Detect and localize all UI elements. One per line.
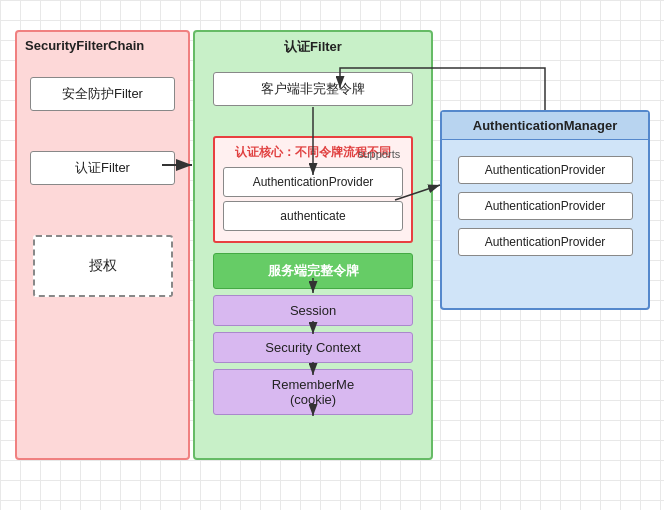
remember-me-box: RememberMe (cookie)	[213, 369, 413, 415]
security-filter-chain-box: SecurityFilterChain 安全防护Filter 认证Filter …	[15, 30, 190, 460]
auth-provider-box: AuthenticationProvider	[223, 167, 403, 197]
am-provider1: AuthenticationProvider	[458, 156, 633, 184]
sfc-box3: 授权	[33, 235, 173, 297]
session-box: Session	[213, 295, 413, 326]
auth-filter-outer-box: 认证Filter 客户端非完整令牌 认证核心：不同令牌流程不同 Authenti…	[193, 30, 433, 460]
am-title: AuthenticationManager	[442, 112, 648, 140]
supports-label: supports	[358, 148, 400, 160]
security-context-box: Security Context	[213, 332, 413, 363]
am-provider2: AuthenticationProvider	[458, 192, 633, 220]
sfc-box1: 安全防护Filter	[30, 77, 175, 111]
authenticate-box: authenticate	[223, 201, 403, 231]
sfc-box2: 认证Filter	[30, 151, 175, 185]
afo-title: 认证Filter	[195, 32, 431, 62]
sfc-title: SecurityFilterChain	[17, 32, 188, 59]
auth-manager-box: AuthenticationManager AuthenticationProv…	[440, 110, 650, 310]
diagram-container: SecurityFilterChain 安全防护Filter 认证Filter …	[0, 0, 664, 510]
client-token-box: 客户端非完整令牌	[213, 72, 413, 106]
server-token-box: 服务端完整令牌	[213, 253, 413, 289]
am-provider3: AuthenticationProvider	[458, 228, 633, 256]
